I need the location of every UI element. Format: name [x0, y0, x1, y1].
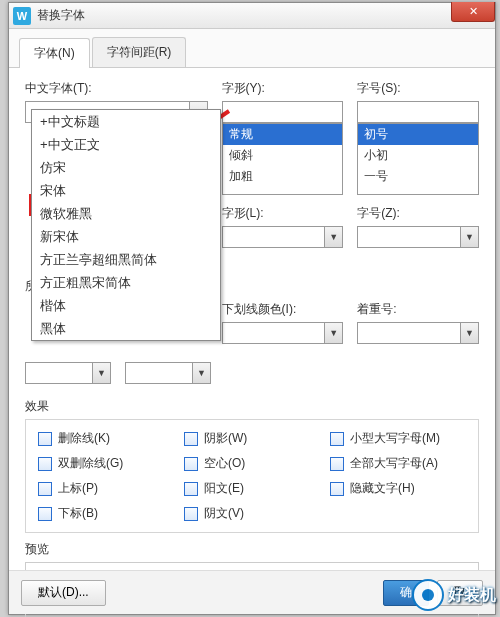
mini-combo-2[interactable]: ▼: [125, 362, 211, 384]
font-option[interactable]: +中文标题: [32, 110, 220, 133]
font-option[interactable]: 仿宋: [32, 156, 220, 179]
label-cn-font: 中文字体(T):: [25, 80, 208, 97]
checkbox-icon: [330, 482, 344, 496]
checkbox-emboss[interactable]: 阳文(E): [184, 480, 320, 497]
font-dropdown-list[interactable]: +中文标题 +中文正文 仿宋 宋体 微软雅黑 新宋体 方正兰亭超细黑简体 方正粗…: [31, 109, 221, 341]
checkbox-shadow[interactable]: 阴影(W): [184, 430, 320, 447]
checkbox-icon: [38, 432, 52, 446]
watermark: 好装机: [412, 579, 496, 611]
chevron-down-icon[interactable]: ▼: [460, 227, 478, 247]
chevron-down-icon[interactable]: ▼: [192, 363, 210, 383]
checkbox-strike[interactable]: 删除线(K): [38, 430, 174, 447]
default-button[interactable]: 默认(D)...: [21, 580, 106, 606]
size2-combo[interactable]: ▼: [357, 226, 479, 248]
checkbox-icon: [38, 507, 52, 521]
style2-combo[interactable]: ▼: [222, 226, 344, 248]
close-button[interactable]: ✕: [451, 2, 495, 22]
label-size2: 字号(Z):: [357, 205, 479, 222]
list-item[interactable]: 初号: [358, 124, 478, 145]
watermark-text: 好装机: [448, 585, 496, 606]
chevron-down-icon[interactable]: ▼: [324, 227, 342, 247]
checkbox-hollow[interactable]: 空心(O): [184, 455, 320, 472]
checkbox-engrave[interactable]: 阴文(V): [184, 505, 320, 522]
checkbox-smallcaps[interactable]: 小型大写字母(M): [330, 430, 466, 447]
label-underline-color: 下划线颜色(I):: [222, 301, 344, 318]
list-item[interactable]: 小初: [358, 145, 478, 166]
font-replace-dialog: W 替换字体 ✕ 字体(N) 字符间距(R) 中文字体(T): ▼ 字形(Y):…: [8, 2, 496, 615]
mini-combo-1[interactable]: ▼: [25, 362, 111, 384]
checkbox-icon: [38, 482, 52, 496]
checkbox-super[interactable]: 上标(P): [38, 480, 174, 497]
list-item[interactable]: 一号: [358, 166, 478, 187]
window-title: 替换字体: [37, 7, 85, 24]
font-option[interactable]: 楷体: [32, 294, 220, 317]
chevron-down-icon[interactable]: ▼: [460, 323, 478, 343]
font-option-highlighted[interactable]: 微软雅黑: [32, 202, 220, 225]
checkbox-icon: [184, 432, 198, 446]
label-style: 字形(Y):: [222, 80, 344, 97]
list-item[interactable]: 常规: [223, 124, 343, 145]
font-option[interactable]: 黑体: [32, 317, 220, 340]
checkbox-icon: [330, 457, 344, 471]
list-item[interactable]: 加粗: [223, 166, 343, 187]
font-option[interactable]: 方正粗黑宋简体: [32, 271, 220, 294]
label-emphasis: 着重号:: [357, 301, 479, 318]
checkbox-dstrike[interactable]: 双删除线(G): [38, 455, 174, 472]
app-logo-icon: W: [13, 7, 31, 25]
label-style2: 字形(L):: [222, 205, 344, 222]
checkbox-icon: [330, 432, 344, 446]
font-option[interactable]: 新宋体: [32, 225, 220, 248]
checkbox-hidden[interactable]: 隐藏文字(H): [330, 480, 466, 497]
font-option[interactable]: +中文正文: [32, 133, 220, 156]
underline-color-combo[interactable]: ▼: [222, 322, 344, 344]
style-input[interactable]: [222, 101, 344, 123]
chevron-down-icon[interactable]: ▼: [324, 323, 342, 343]
label-size: 字号(S):: [357, 80, 479, 97]
checkbox-icon: [38, 457, 52, 471]
tab-font[interactable]: 字体(N): [19, 38, 90, 68]
preview-label: 预览: [25, 541, 479, 558]
effects-group: 删除线(K) 阴影(W) 小型大写字母(M) 双删除线(G) 空心(O) 全部大…: [25, 419, 479, 533]
titlebar: W 替换字体 ✕: [9, 3, 495, 29]
chevron-down-icon[interactable]: ▼: [92, 363, 110, 383]
color-row: ▼ ▼: [25, 362, 479, 384]
size-listbox[interactable]: 初号 小初 一号: [357, 123, 479, 195]
checkbox-icon: [184, 457, 198, 471]
font-option[interactable]: 方正兰亭超细黑简体: [32, 248, 220, 271]
effects-label: 效果: [25, 398, 479, 415]
tab-spacing[interactable]: 字符间距(R): [92, 37, 187, 67]
tab-strip: 字体(N) 字符间距(R): [9, 29, 495, 68]
emphasis-combo[interactable]: ▼: [357, 322, 479, 344]
list-item[interactable]: 倾斜: [223, 145, 343, 166]
font-option[interactable]: 宋体: [32, 179, 220, 202]
close-icon: ✕: [469, 5, 478, 18]
checkbox-icon: [184, 482, 198, 496]
watermark-logo-icon: [412, 579, 444, 611]
size-input[interactable]: [357, 101, 479, 123]
checkbox-allcaps[interactable]: 全部大写字母(A): [330, 455, 466, 472]
checkbox-sub[interactable]: 下标(B): [38, 505, 174, 522]
style-listbox[interactable]: 常规 倾斜 加粗: [222, 123, 344, 195]
checkbox-icon: [184, 507, 198, 521]
